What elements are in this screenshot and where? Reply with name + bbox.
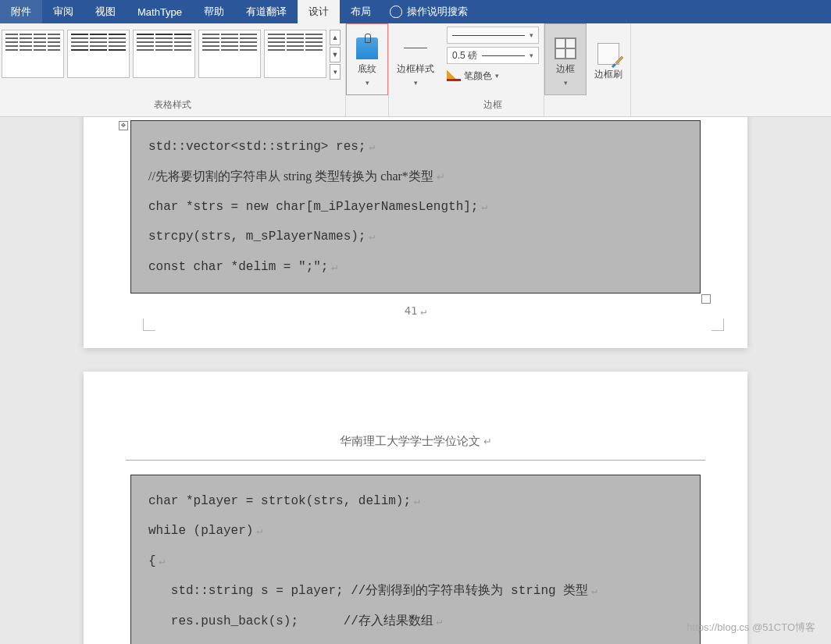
borders-group-label: 边框	[442, 95, 544, 115]
margin-corner-icon	[143, 318, 155, 331]
code-line: strcpy(strs, m_sPlayerNames);↵	[148, 222, 683, 251]
code-table-cell[interactable]: char *player = strtok(strs, delim);↵ whi…	[130, 475, 701, 644]
table-resize-handle[interactable]	[701, 294, 711, 304]
table-move-handle[interactable]: ✥	[119, 121, 128, 130]
table-style-option[interactable]	[67, 30, 130, 78]
border-style-label: 边框样式	[397, 62, 434, 76]
menu-youdao[interactable]: 有道翻译	[235, 0, 298, 23]
line-style-icon	[404, 37, 427, 60]
return-mark-icon: ↵	[437, 171, 445, 183]
menu-mathtype[interactable]: MathType	[127, 0, 193, 23]
styles-group-label: 表格样式	[0, 95, 345, 115]
pen-color-button[interactable]: 笔颜色 ▾	[447, 67, 539, 84]
bulb-icon	[390, 5, 402, 18]
tell-me-search[interactable]: 操作说明搜索	[382, 5, 468, 19]
code-line: char *player = strtok(strs, delim);↵	[148, 486, 683, 516]
pen-icon	[447, 70, 461, 81]
return-mark-icon: ↵	[437, 616, 443, 628]
gallery-expand[interactable]: ▾	[330, 64, 341, 80]
return-mark-icon: ↵	[256, 525, 262, 537]
pen-color-label: 笔颜色	[464, 69, 492, 83]
border-painter-button[interactable]: 边框刷	[587, 23, 630, 95]
border-style-button[interactable]: 边框样式 ▾	[389, 23, 442, 95]
menu-layout[interactable]: 布局	[340, 0, 382, 23]
code-line: res.push_back(s); //存入结果数组↵	[148, 607, 683, 636]
table-style-option[interactable]	[2, 30, 64, 78]
code-line: //先将要切割的字符串从 string 类型转换为 char*类型↵	[148, 162, 683, 191]
return-mark-icon: ↵	[159, 556, 166, 568]
chevron-down-icon: ▾	[366, 79, 369, 87]
watermark: https://blog.cs @51CTO博客	[687, 621, 815, 635]
brush-icon	[610, 54, 624, 68]
return-mark-icon: ↵	[331, 262, 337, 273]
menu-bar: 附件 审阅 视图 MathType 帮助 有道翻译 设计 布局 操作说明搜索	[0, 0, 831, 23]
table-style-option[interactable]	[264, 30, 326, 78]
menu-help[interactable]: 帮助	[193, 0, 235, 23]
header-rule	[126, 460, 705, 461]
chevron-down-icon: ▾	[564, 79, 568, 87]
table-style-option[interactable]	[133, 30, 195, 78]
code-line: std::string s = player; //分割得到的字符串转换为 st…	[148, 576, 683, 606]
border-weight-value: 0.5 磅	[452, 49, 477, 62]
menu-attachments[interactable]: 附件	[0, 0, 42, 23]
chevron-down-icon: ▾	[495, 72, 499, 80]
code-line: while (player)↵	[148, 516, 683, 546]
shading-label: 底纹	[358, 62, 376, 76]
page: 华南理工大学学士学位论文↵ char *player = strtok(strs…	[84, 372, 747, 644]
ribbon: ▲ ▼ ▾ 表格样式 底纹 ▾ 边框样式 ▾ ▾ 0.5 磅 ▾	[0, 23, 831, 117]
return-mark-icon: ↵	[483, 436, 492, 447]
line-preview-icon	[452, 35, 525, 36]
line-weight-icon	[482, 55, 525, 56]
chevron-down-icon: ▾	[414, 79, 418, 87]
chevron-down-icon: ▾	[530, 52, 533, 59]
page: ✥ std::vector<std::string> res;↵ //先将要切割…	[84, 117, 747, 348]
return-mark-icon: ↵	[421, 305, 427, 317]
menu-design[interactable]: 设计	[298, 0, 340, 23]
code-line: const char *delim = ";";↵	[148, 252, 683, 282]
border-grid-icon	[555, 37, 576, 59]
border-painter-label: 边框刷	[594, 68, 622, 81]
borders-button[interactable]: 边框 ▾	[544, 23, 587, 95]
document-area[interactable]: ✥ std::vector<std::string> res;↵ //先将要切割…	[0, 117, 831, 644]
gallery-scroll-down[interactable]: ▼	[330, 47, 341, 62]
shading-button[interactable]: 底纹 ▾	[346, 23, 388, 95]
page-header: 华南理工大学学士学位论文↵	[130, 434, 701, 449]
borders-btn-label: 边框	[556, 62, 575, 76]
code-line: char *strs = new char[m_iPlayerNamesLeng…	[148, 192, 683, 222]
code-line: std::vector<std::string> res;↵	[148, 132, 683, 162]
page-number: 41↵	[130, 304, 701, 317]
return-mark-icon: ↵	[481, 201, 487, 213]
code-line: {↵	[148, 546, 683, 576]
table-style-option[interactable]	[198, 30, 261, 78]
borders-panel: ▾ 0.5 磅 ▾ 笔颜色 ▾	[442, 23, 544, 87]
border-weight-dropdown[interactable]: 0.5 磅 ▾	[447, 47, 539, 64]
paint-bucket-icon	[356, 37, 378, 59]
return-mark-icon: ↵	[591, 585, 597, 597]
menu-review[interactable]: 审阅	[42, 0, 84, 23]
return-mark-icon: ↵	[369, 231, 375, 243]
menu-view[interactable]: 视图	[84, 0, 127, 23]
margin-corner-icon	[712, 318, 724, 331]
chevron-down-icon: ▾	[530, 31, 533, 39]
return-mark-icon: ↵	[414, 496, 420, 507]
table-styles-gallery: ▲ ▼ ▾	[0, 23, 345, 83]
return-mark-icon: ↵	[369, 141, 375, 153]
border-line-preview[interactable]: ▾	[447, 27, 539, 44]
search-label: 操作说明搜索	[407, 5, 468, 19]
gallery-more: ▲ ▼ ▾	[330, 30, 344, 80]
gallery-scroll-up[interactable]: ▲	[330, 30, 341, 45]
code-table-cell[interactable]: ✥ std::vector<std::string> res;↵ //先将要切割…	[130, 120, 701, 294]
